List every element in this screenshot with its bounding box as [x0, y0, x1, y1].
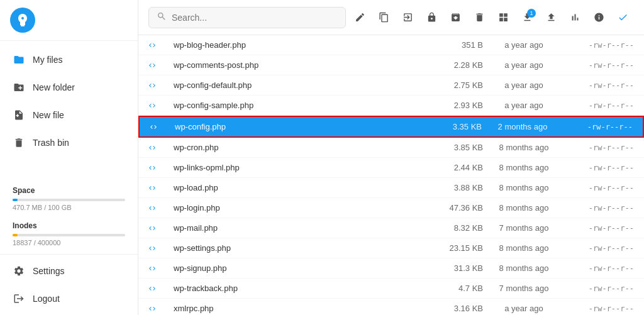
- file-name: wp-settings.php: [174, 243, 433, 253]
- file-size: 2.28 KB: [433, 60, 483, 70]
- sidebar-item-new-folder[interactable]: New folder: [0, 74, 138, 101]
- file-permissions: -rw-r--r--: [564, 123, 633, 131]
- file-name: wp-config-default.php: [174, 80, 433, 90]
- app-logo: [10, 8, 35, 33]
- file-size: 3.85 KB: [433, 143, 483, 152]
- move-button[interactable]: [396, 6, 419, 29]
- file-type-icon: [148, 265, 174, 272]
- toolbar-actions: 1: [348, 6, 634, 29]
- file-name: wp-config-sample.php: [174, 101, 433, 110]
- trash-icon: [13, 136, 25, 149]
- file-type-icon: [148, 305, 174, 312]
- file-date: 8 months ago: [483, 163, 565, 172]
- copy-button[interactable]: [372, 6, 395, 29]
- delete-button[interactable]: [468, 6, 491, 29]
- file-date: 2 months ago: [482, 122, 564, 131]
- file-permissions: -rw-r--r--: [565, 264, 634, 273]
- file-permissions: -rw-r--r--: [565, 284, 634, 293]
- file-size: 8.32 KB: [433, 223, 483, 233]
- table-row[interactable]: wp-load.php 3.88 KB 8 months ago -rw-r--…: [138, 178, 644, 198]
- sidebar-item-settings[interactable]: Settings: [0, 257, 138, 285]
- table-row[interactable]: wp-login.php 47.36 KB 8 months ago -rw-r…: [138, 198, 644, 218]
- sidebar-item-new-file[interactable]: New file: [0, 101, 138, 129]
- file-name: wp-links-opml.php: [174, 163, 433, 172]
- lock-button[interactable]: [420, 6, 443, 29]
- table-row[interactable]: wp-comments-post.php 2.28 KB a year ago …: [138, 55, 644, 75]
- table-row[interactable]: wp-trackback.php 4.7 KB 7 months ago -rw…: [138, 279, 644, 299]
- table-row[interactable]: wp-config-sample.php 2.93 KB a year ago …: [138, 96, 644, 116]
- svg-rect-0: [21, 25, 25, 26]
- table-row[interactable]: wp-signup.php 31.3 KB 8 months ago -rw-r…: [138, 258, 644, 279]
- table-row[interactable]: wp-config.php 3.35 KB 2 months ago -rw-r…: [138, 116, 644, 138]
- file-type-icon: [148, 184, 174, 192]
- edit-button[interactable]: [348, 6, 371, 29]
- file-type-icon: [148, 224, 174, 232]
- file-date: 7 months ago: [483, 284, 565, 293]
- download-button[interactable]: 1: [516, 6, 538, 29]
- table-row[interactable]: xmlrpc.php 3.16 KB a year ago -rw-r--r--: [138, 299, 644, 315]
- logout-icon: [13, 292, 25, 305]
- search-container[interactable]: [148, 7, 346, 28]
- table-row[interactable]: wp-config-default.php 2.75 KB a year ago…: [138, 75, 644, 96]
- file-type-icon: [148, 285, 174, 292]
- info-button[interactable]: [587, 6, 610, 29]
- table-row[interactable]: wp-links-opml.php 2.44 KB 8 months ago -…: [138, 158, 644, 178]
- sidebar-item-my-files[interactable]: My files: [0, 46, 138, 74]
- svg-point-1: [21, 17, 24, 19]
- sidebar: My files New folder New file Trash bin S…: [0, 0, 138, 315]
- file-type-icon: [148, 144, 174, 152]
- space-bar: [13, 199, 125, 201]
- table-row[interactable]: wp-blog-header.php 351 B a year ago -rw-…: [138, 35, 644, 55]
- search-icon: [157, 11, 167, 24]
- check-button[interactable]: [611, 6, 634, 29]
- file-type-icon: [148, 82, 174, 89]
- sidebar-item-label: Trash bin: [33, 138, 69, 148]
- file-size: 2.75 KB: [433, 80, 483, 90]
- folder-icon: [13, 53, 25, 66]
- file-date: 8 months ago: [483, 243, 565, 253]
- file-date: 8 months ago: [483, 203, 565, 213]
- table-row[interactable]: wp-mail.php 8.32 KB 7 months ago -rw-r--…: [138, 218, 644, 238]
- file-permissions: -rw-r--r--: [565, 163, 634, 172]
- inodes-bar-fill: [13, 234, 18, 236]
- sidebar-item-trash-bin[interactable]: Trash bin: [0, 129, 138, 157]
- file-date: a year ago: [483, 60, 565, 70]
- file-permissions: -rw-r--r--: [565, 81, 634, 90]
- file-name: wp-blog-header.php: [174, 40, 433, 50]
- table-row[interactable]: wp-settings.php 23.15 KB 8 months ago -r…: [138, 238, 644, 258]
- file-name: wp-login.php: [174, 203, 433, 213]
- space-label: Space: [13, 186, 125, 195]
- archive-button[interactable]: [444, 6, 467, 29]
- space-text: 470.7 MB / 100 GB: [13, 204, 125, 211]
- file-size: 31.3 KB: [433, 263, 483, 273]
- file-size: 2.93 KB: [433, 101, 483, 110]
- file-type-icon: [148, 41, 174, 49]
- file-size: 351 B: [433, 40, 483, 50]
- settings-icon: [13, 265, 25, 277]
- main-nav: My files New folder New file Trash bin: [0, 41, 138, 176]
- upload-button[interactable]: [540, 6, 562, 29]
- sidebar-item-label: New file: [33, 110, 64, 120]
- file-name: wp-config.php: [175, 122, 431, 131]
- sidebar-item-label: New folder: [33, 82, 75, 92]
- chart-button[interactable]: [564, 6, 586, 29]
- file-permissions: -rw-r--r--: [565, 41, 634, 50]
- file-permissions: -rw-r--r--: [565, 101, 634, 110]
- file-name: wp-signup.php: [174, 263, 433, 273]
- file-date: a year ago: [483, 40, 565, 50]
- logo-icon: [15, 13, 30, 28]
- search-input[interactable]: [172, 13, 338, 23]
- table-row[interactable]: wp-cron.php 3.85 KB 8 months ago -rw-r--…: [138, 138, 644, 158]
- file-type-icon: [148, 164, 174, 172]
- sidebar-item-label: Settings: [33, 266, 65, 276]
- file-permissions: -rw-r--r--: [565, 143, 634, 152]
- file-type-icon: [148, 245, 174, 252]
- file-name: xmlrpc.php: [174, 304, 433, 313]
- new-file-icon: [13, 109, 25, 121]
- file-permissions: -rw-r--r--: [565, 304, 634, 313]
- sidebar-item-label: My files: [33, 55, 62, 65]
- sidebar-bottom: Settings Logout: [0, 254, 138, 315]
- sidebar-item-logout[interactable]: Logout: [0, 285, 138, 312]
- grid-button[interactable]: [492, 6, 514, 29]
- file-date: a year ago: [483, 304, 565, 313]
